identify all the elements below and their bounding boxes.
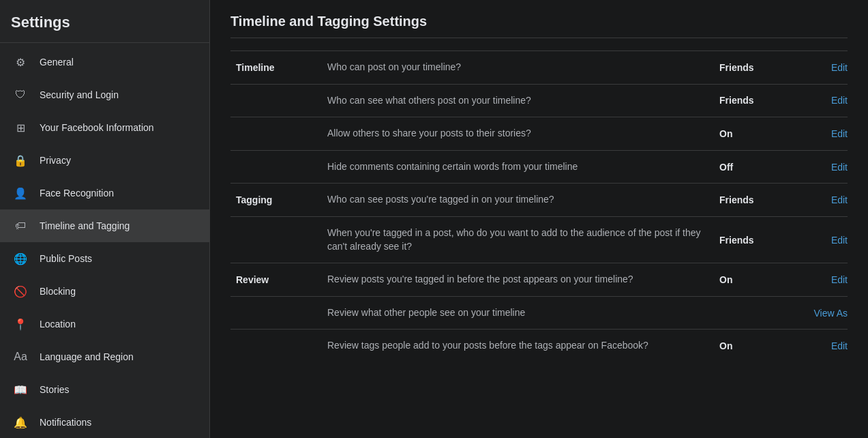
table-row: ReviewReview posts you're tagged in befo…	[230, 263, 848, 297]
edit-button[interactable]: Edit	[831, 62, 848, 73]
edit-button[interactable]: Edit	[831, 95, 848, 106]
setting-value: Friends	[711, 51, 793, 85]
sidebar-item-facebook-info[interactable]: ⊞Your Facebook Information	[0, 111, 209, 144]
setting-description: When you're tagged in a post, who do you…	[319, 216, 711, 263]
section-label-review: Review	[230, 263, 319, 297]
setting-description: Review what other people see on your tim…	[319, 296, 711, 330]
sidebar-item-timeline-tagging[interactable]: 🏷Timeline and Tagging	[0, 209, 209, 242]
edit-button[interactable]: Edit	[831, 340, 848, 351]
sidebar: Settings ⚙General🛡Security and Login⊞You…	[0, 0, 210, 438]
setting-value: Off	[711, 150, 793, 184]
sidebar-item-blocking[interactable]: 🚫Blocking	[0, 275, 209, 308]
setting-value	[711, 296, 793, 330]
sidebar-item-stories[interactable]: 📖Stories	[0, 373, 209, 406]
table-row: TaggingWho can see posts you're tagged i…	[230, 184, 848, 217]
setting-action: Edit	[793, 184, 848, 217]
sidebar-label-timeline-tagging: Timeline and Tagging	[40, 220, 130, 231]
sidebar-label-blocking: Blocking	[40, 286, 76, 297]
setting-action: View As	[793, 296, 848, 330]
setting-description: Who can see posts you're tagged in on yo…	[319, 184, 711, 217]
general-icon: ⚙	[11, 53, 30, 72]
sidebar-item-public-posts[interactable]: 🌐Public Posts	[0, 242, 209, 275]
setting-description: Review posts you're tagged in before the…	[319, 263, 711, 297]
setting-value: Friends	[711, 84, 793, 117]
table-row: Review tags people add to your posts bef…	[230, 330, 848, 362]
table-row: Who can see what others post on your tim…	[230, 84, 848, 117]
setting-value: On	[711, 117, 793, 151]
page-title: Timeline and Tagging Settings	[230, 14, 848, 38]
notifications-icon: 🔔	[11, 413, 30, 432]
app-title: Settings	[0, 0, 209, 42]
sidebar-label-language-region: Language and Region	[40, 351, 134, 362]
public-posts-icon: 🌐	[11, 249, 30, 268]
location-icon: 📍	[11, 315, 30, 334]
setting-description: Who can post on your timeline?	[319, 51, 711, 85]
section-label-timeline	[230, 117, 319, 151]
section-label-review	[230, 296, 319, 330]
sidebar-item-face-recognition[interactable]: 👤Face Recognition	[0, 177, 209, 209]
setting-description: Allow others to share your posts to thei…	[319, 117, 711, 151]
sidebar-item-security[interactable]: 🛡Security and Login	[0, 78, 209, 111]
blocking-icon: 🚫	[11, 282, 30, 301]
edit-button[interactable]: Edit	[831, 274, 848, 285]
setting-value: Friends	[711, 184, 793, 217]
privacy-icon: 🔒	[11, 151, 30, 170]
edit-button[interactable]: Edit	[831, 162, 848, 173]
setting-action: Edit	[793, 216, 848, 263]
table-row: Allow others to share your posts to thei…	[230, 117, 848, 151]
setting-description: Review tags people add to your posts bef…	[319, 330, 711, 362]
timeline-tagging-icon: 🏷	[11, 216, 30, 235]
setting-value: On	[711, 330, 793, 362]
setting-action: Edit	[793, 150, 848, 184]
sidebar-divider	[0, 42, 209, 43]
setting-action: Edit	[793, 330, 848, 362]
section-label-tagging	[230, 216, 319, 263]
section-label-timeline: Timeline	[230, 51, 319, 85]
sidebar-label-security: Security and Login	[40, 89, 119, 100]
sidebar-item-privacy[interactable]: 🔒Privacy	[0, 144, 209, 177]
sidebar-label-face-recognition: Face Recognition	[40, 188, 114, 199]
language-region-icon: Aa	[11, 347, 30, 366]
sidebar-label-general: General	[40, 57, 74, 68]
sidebar-item-language-region[interactable]: AaLanguage and Region	[0, 340, 209, 373]
sidebar-label-privacy: Privacy	[40, 155, 71, 166]
main-content: Timeline and Tagging Settings TimelineWh…	[210, 0, 868, 438]
table-row: TimelineWho can post on your timeline?Fr…	[230, 51, 848, 85]
sidebar-item-location[interactable]: 📍Location	[0, 308, 209, 340]
sidebar-label-location: Location	[40, 319, 76, 330]
sidebar-label-public-posts: Public Posts	[40, 253, 92, 264]
sidebar-label-stories: Stories	[40, 384, 70, 395]
edit-button[interactable]: Edit	[831, 128, 848, 139]
section-label-timeline	[230, 84, 319, 117]
facebook-info-icon: ⊞	[11, 118, 30, 137]
setting-action: Edit	[793, 117, 848, 151]
setting-description: Hide comments containing certain words f…	[319, 150, 711, 184]
table-row: When you're tagged in a post, who do you…	[230, 216, 848, 263]
setting-value: On	[711, 263, 793, 297]
setting-value: Friends	[711, 216, 793, 263]
setting-action: Edit	[793, 263, 848, 297]
table-row: Review what other people see on your tim…	[230, 296, 848, 330]
section-label-review	[230, 330, 319, 362]
face-recognition-icon: 👤	[11, 184, 30, 203]
sidebar-label-notifications: Notifications	[40, 417, 91, 428]
setting-action: Edit	[793, 51, 848, 85]
section-label-tagging: Tagging	[230, 184, 319, 217]
setting-action: Edit	[793, 84, 848, 117]
sidebar-nav: ⚙General🛡Security and Login⊞Your Faceboo…	[0, 46, 209, 438]
edit-button[interactable]: Edit	[831, 194, 848, 205]
setting-description: Who can see what others post on your tim…	[319, 84, 711, 117]
stories-icon: 📖	[11, 380, 30, 399]
sidebar-item-general[interactable]: ⚙General	[0, 46, 209, 78]
sidebar-label-facebook-info: Your Facebook Information	[40, 122, 154, 133]
view-as-button[interactable]: View As	[813, 308, 848, 319]
section-label-timeline	[230, 150, 319, 184]
settings-table: TimelineWho can post on your timeline?Fr…	[230, 50, 848, 362]
edit-button[interactable]: Edit	[831, 235, 848, 246]
security-icon: 🛡	[11, 85, 30, 104]
sidebar-item-notifications[interactable]: 🔔Notifications	[0, 406, 209, 438]
table-row: Hide comments containing certain words f…	[230, 150, 848, 184]
